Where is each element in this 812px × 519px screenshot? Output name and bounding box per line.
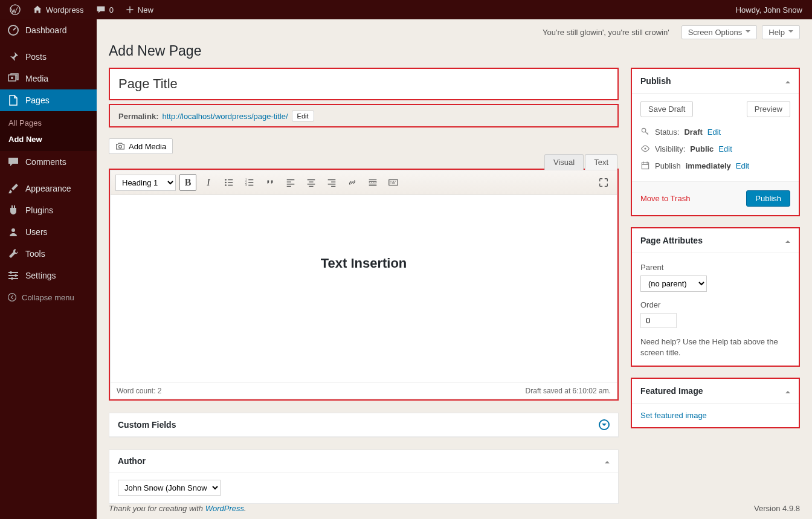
comments-link[interactable]: 0 xyxy=(91,0,118,19)
sidebar-item-plugins[interactable]: Plugins xyxy=(0,199,97,221)
greeting-message: You're still glowin', you're still crowi… xyxy=(543,28,669,37)
toggle-icon xyxy=(599,419,610,430)
svg-point-16 xyxy=(642,128,645,132)
editor-heading-text: Text Insertion xyxy=(123,256,605,271)
save-draft-button[interactable]: Save Draft xyxy=(640,101,693,117)
editor-content[interactable]: Text Insertion xyxy=(111,195,617,382)
chevron-up-icon xyxy=(785,388,790,393)
featured-image-box: Featured Image Set featured image xyxy=(631,378,800,428)
parent-select[interactable]: (no parent) xyxy=(640,276,707,292)
sidebar-item-settings[interactable]: Settings xyxy=(0,265,97,286)
toolbar-toggle-button[interactable] xyxy=(385,174,402,191)
permalink-edit-button[interactable]: Edit xyxy=(292,111,314,121)
main-content: You're still glowin', you're still crowi… xyxy=(97,19,812,519)
sidebar-item-comments[interactable]: Comments xyxy=(0,151,97,173)
tab-visual[interactable]: Visual xyxy=(544,154,584,170)
sidebar-item-pages[interactable]: Pages xyxy=(0,89,97,111)
chevron-up-icon xyxy=(605,459,610,463)
sidebar-item-media[interactable]: Media xyxy=(0,68,97,89)
preview-button[interactable]: Preview xyxy=(747,101,790,117)
help-button[interactable]: Help xyxy=(762,25,800,39)
permalink-label: Permalink: xyxy=(118,112,158,121)
admin-sidebar: Dashboard Posts Media Pages All Pages Ad… xyxy=(0,19,97,519)
collapse-menu[interactable]: Collapse menu xyxy=(0,286,97,308)
sidebar-label: Users xyxy=(25,227,48,237)
custom-fields-header[interactable]: Custom Fields xyxy=(109,413,618,437)
site-link[interactable]: Wordpress xyxy=(28,0,89,19)
site-name: Wordpress xyxy=(46,5,84,15)
page-attributes-header[interactable]: Page Attributes xyxy=(632,228,799,253)
collapse-icon xyxy=(7,292,17,302)
sidebar-item-dashboard[interactable]: Dashboard xyxy=(0,19,97,41)
sidebar-item-appearance[interactable]: Appearance xyxy=(0,178,97,199)
tab-text[interactable]: Text xyxy=(585,154,617,170)
sidebar-sub-all-pages[interactable]: All Pages xyxy=(0,115,97,131)
permalink-url[interactable]: http://localhost/wordpress/page-title/ xyxy=(162,112,288,121)
align-center-button[interactable] xyxy=(303,174,320,191)
edit-schedule-link[interactable]: Edit xyxy=(736,161,749,170)
sidebar-item-tools[interactable]: Tools xyxy=(0,243,97,265)
sidebar-item-users[interactable]: Users xyxy=(0,221,97,243)
new-link[interactable]: New xyxy=(121,0,158,19)
version-text: Version 4.9.8 xyxy=(754,504,800,513)
sidebar-label: Plugins xyxy=(25,205,53,215)
screen-options-button[interactable]: Screen Options xyxy=(682,25,758,39)
more-button[interactable] xyxy=(364,174,381,191)
bullet-list-button[interactable] xyxy=(221,174,237,191)
svg-point-6 xyxy=(11,277,13,280)
svg-point-10 xyxy=(225,182,227,184)
italic-button[interactable]: I xyxy=(200,174,217,191)
author-select[interactable]: John Snow (John Snow) xyxy=(118,480,221,496)
set-featured-image-link[interactable]: Set featured image xyxy=(640,411,707,420)
publish-button[interactable]: Publish xyxy=(746,190,790,207)
readmore-icon xyxy=(367,177,378,188)
list-ul-icon xyxy=(224,177,234,188)
align-right-icon xyxy=(326,177,337,188)
custom-fields-box: Custom Fields xyxy=(109,413,619,437)
eye-icon xyxy=(640,144,650,153)
admin-bar: Wordpress 0 New Howdy, John Snow xyxy=(0,0,812,19)
howdy-text: Howdy, John Snow xyxy=(736,5,802,15)
svg-rect-18 xyxy=(642,163,648,169)
plugin-icon xyxy=(7,204,19,216)
link-button[interactable] xyxy=(344,174,361,191)
home-icon xyxy=(33,5,42,15)
svg-point-3 xyxy=(11,228,15,232)
key-icon xyxy=(640,127,650,137)
editor-section: Heading 1 B I 123 xyxy=(109,169,619,401)
add-media-button[interactable]: Add Media xyxy=(109,138,173,154)
format-select[interactable]: Heading 1 xyxy=(115,175,176,191)
editor-toolbar: Heading 1 B I 123 xyxy=(111,170,617,195)
chevron-down-icon xyxy=(746,30,750,35)
new-label: New xyxy=(138,5,153,15)
bold-button[interactable]: B xyxy=(179,174,196,191)
wordpress-link[interactable]: WordPress xyxy=(205,504,244,513)
sidebar-sub-add-new[interactable]: Add New xyxy=(0,131,97,147)
title-input[interactable] xyxy=(110,69,617,99)
howdy-link[interactable]: Howdy, John Snow xyxy=(731,0,807,19)
page-heading: Add New Page xyxy=(109,43,800,59)
edit-visibility-link[interactable]: Edit xyxy=(718,144,732,153)
align-right-button[interactable] xyxy=(323,174,340,191)
align-left-button[interactable] xyxy=(282,174,299,191)
author-header[interactable]: Author xyxy=(109,450,618,472)
calendar-icon xyxy=(640,161,650,170)
quote-button[interactable] xyxy=(262,174,279,191)
chevron-down-icon xyxy=(788,30,793,35)
sidebar-item-posts[interactable]: Posts xyxy=(0,46,97,68)
fullscreen-button[interactable] xyxy=(595,174,612,191)
order-input[interactable] xyxy=(640,313,677,328)
edit-status-link[interactable]: Edit xyxy=(707,127,721,137)
page-attributes-box: Page Attributes Parent (no parent) Order… xyxy=(631,227,800,367)
featured-image-header[interactable]: Featured Image xyxy=(632,379,799,404)
wp-logo[interactable] xyxy=(5,0,25,19)
number-list-button[interactable]: 123 xyxy=(241,174,258,191)
author-box: Author John Snow (John Snow) xyxy=(109,450,619,504)
expand-icon xyxy=(598,177,609,188)
media-icon xyxy=(7,73,19,85)
svg-point-17 xyxy=(644,147,646,149)
sidebar-label: Posts xyxy=(25,52,47,62)
comment-icon xyxy=(96,5,106,15)
publish-header[interactable]: Publish xyxy=(632,69,799,94)
move-to-trash-link[interactable]: Move to Trash xyxy=(640,194,690,203)
